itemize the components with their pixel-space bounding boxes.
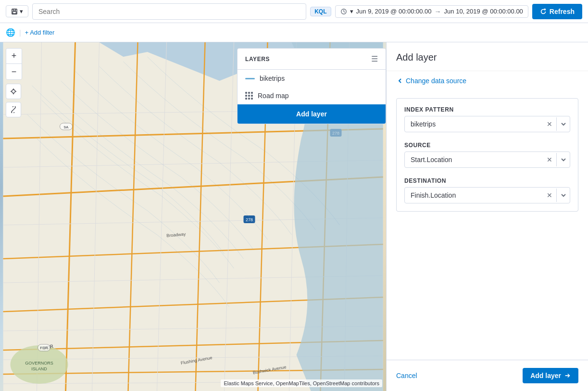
panel-title: Add layer xyxy=(396,52,578,63)
change-source-label: Change data source xyxy=(406,77,466,85)
link-icon xyxy=(10,106,17,113)
index-pattern-dropdown-button[interactable] xyxy=(556,117,570,131)
layer-item-roadmap[interactable]: Road map xyxy=(238,87,386,104)
filterbar: 🌐 | + Add filter xyxy=(0,23,588,42)
destination-dropdown-button[interactable] xyxy=(556,189,570,202)
source-clear-button[interactable]: ✕ xyxy=(543,153,556,166)
destination-select[interactable]: Finish.Location ✕ xyxy=(404,187,570,203)
layers-menu-icon[interactable]: ☰ xyxy=(371,54,378,63)
destination-field: Destination Finish.Location ✕ xyxy=(404,177,570,203)
svg-text:FDR: FDR xyxy=(40,346,48,350)
add-filter-button[interactable]: + Add filter xyxy=(25,29,55,36)
svg-text:9A: 9A xyxy=(64,125,69,129)
index-pattern-select[interactable]: biketrips ✕ xyxy=(404,116,570,132)
source-dropdown-button[interactable] xyxy=(556,153,570,166)
source-label: Source xyxy=(404,142,570,149)
crosshair-icon xyxy=(10,88,17,95)
layer-biketrips-name: biketrips xyxy=(260,75,285,82)
chevron-down-icon xyxy=(561,192,566,198)
layer-grid-icon xyxy=(245,92,253,100)
destination-label: Destination xyxy=(404,177,570,184)
layers-header: LAYERS ☰ xyxy=(238,49,386,70)
layers-panel: LAYERS ☰ biketrips Road map Add layer xyxy=(237,48,386,124)
svg-point-47 xyxy=(12,90,15,93)
link-control-wrap xyxy=(6,102,22,117)
map-controls: + − xyxy=(6,48,22,117)
locate-button[interactable] xyxy=(6,84,21,99)
add-layer-panel-button[interactable]: Add layer xyxy=(523,368,578,383)
map-area[interactable]: 495 278 278 xyxy=(0,42,386,391)
add-layer-button[interactable]: Add layer xyxy=(238,104,386,124)
destination-value: Finish.Location xyxy=(405,188,543,203)
chevron-left-icon xyxy=(396,77,404,85)
source-value: Start.Location xyxy=(405,152,543,167)
svg-rect-2 xyxy=(13,12,16,13)
save-button[interactable]: ▾ xyxy=(6,5,28,17)
refresh-icon xyxy=(540,8,547,15)
locate-control-wrap xyxy=(6,84,22,99)
destination-clear-button[interactable]: ✕ xyxy=(543,189,556,202)
main-area: 495 278 278 xyxy=(0,42,588,391)
refresh-label: Refresh xyxy=(550,8,575,15)
index-pattern-value: biketrips xyxy=(405,116,543,132)
layer-line-icon xyxy=(245,78,255,79)
cancel-button[interactable]: Cancel xyxy=(396,372,417,379)
index-pattern-field: Index pattern biketrips ✕ xyxy=(404,106,570,132)
layer-roadmap-name: Road map xyxy=(258,92,289,100)
panel-header: Add layer xyxy=(387,42,588,71)
form-section: Index pattern biketrips ✕ Source xyxy=(387,90,588,219)
time-arrow: → xyxy=(435,8,441,15)
clock-icon xyxy=(340,8,347,15)
zoom-controls: + − xyxy=(6,48,22,80)
time-picker[interactable]: ▾ Jun 9, 2019 @ 00:00:00.00 → Jun 10, 20… xyxy=(335,5,528,18)
right-panel: Add layer Change data source Index patte… xyxy=(386,42,588,391)
source-field: Source Start.Location ✕ xyxy=(404,142,570,168)
link-button[interactable] xyxy=(6,102,21,117)
chevron-down-icon xyxy=(561,157,566,163)
time-to: Jun 10, 2019 @ 00:00:00.00 xyxy=(444,8,523,15)
refresh-button[interactable]: Refresh xyxy=(532,4,582,19)
kql-badge[interactable]: KQL xyxy=(310,7,331,16)
panel-footer: Cancel Add layer xyxy=(387,360,588,391)
chevron-down-icon: ▾ xyxy=(20,8,23,15)
svg-line-52 xyxy=(13,109,14,111)
change-source-button[interactable]: Change data source xyxy=(387,71,588,90)
topbar: ▾ KQL ▾ Jun 9, 2019 @ 00:00:00.00 → Jun … xyxy=(0,0,588,23)
zoom-in-button[interactable]: + xyxy=(6,49,22,64)
layers-title: LAYERS xyxy=(245,56,270,63)
map-attribution: Elastic Maps Service, OpenMapTiles, Open… xyxy=(221,379,382,387)
svg-text:ISLAND: ISLAND xyxy=(31,366,47,371)
index-pattern-label: Index pattern xyxy=(404,106,570,113)
source-select[interactable]: Start.Location ✕ xyxy=(404,151,570,168)
svg-rect-1 xyxy=(13,9,15,11)
index-pattern-clear-button[interactable]: ✕ xyxy=(543,117,556,131)
filter-divider: | xyxy=(19,29,21,37)
form-card: Index pattern biketrips ✕ Source xyxy=(396,98,578,212)
arrow-right-icon xyxy=(564,372,571,379)
svg-text:GOVERNORS: GOVERNORS xyxy=(25,361,53,366)
time-from: Jun 9, 2019 @ 00:00:00.00 xyxy=(356,8,432,15)
zoom-out-button[interactable]: − xyxy=(6,64,22,79)
layer-item-biketrips[interactable]: biketrips xyxy=(238,70,386,87)
save-icon xyxy=(11,8,18,15)
globe-icon[interactable]: 🌐 xyxy=(6,28,15,37)
search-input[interactable] xyxy=(32,3,306,20)
chevron-down-icon: ▾ xyxy=(350,8,353,15)
chevron-down-icon xyxy=(561,121,566,127)
add-layer-panel-label: Add layer xyxy=(530,372,561,379)
save-area: ▾ xyxy=(6,5,28,17)
